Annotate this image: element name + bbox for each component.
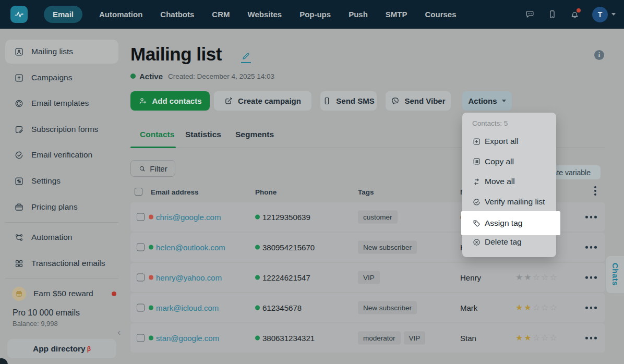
nav-item-popups[interactable]: Pop-ups bbox=[298, 6, 332, 23]
app-window: Email Automation Chatbots CRM Websites P… bbox=[0, 0, 624, 364]
transactional-emails-icon bbox=[14, 259, 24, 269]
actions-button[interactable]: Actions bbox=[462, 91, 512, 111]
tab-contacts[interactable]: Contacts bbox=[140, 130, 174, 139]
sidebar-item-mailing-lists[interactable]: Mailing lists bbox=[0, 39, 124, 64]
tag-pill: New subscriber bbox=[358, 301, 417, 314]
chats-side-tab[interactable]: Chats bbox=[606, 256, 624, 293]
nav-item-email[interactable]: Email bbox=[44, 6, 82, 23]
table-row: stan@google.com 380631234321 moderatorVI… bbox=[130, 323, 605, 353]
info-icon[interactable]: i bbox=[594, 50, 604, 60]
phone-status-dot bbox=[255, 275, 260, 280]
sidebar-item-subscription-forms[interactable]: Subscription forms bbox=[0, 117, 124, 142]
plan-name: Pro 10 000 emails bbox=[13, 308, 80, 318]
nav-item-chatbots[interactable]: Chatbots bbox=[159, 6, 195, 23]
edit-title-icon[interactable] bbox=[241, 51, 251, 63]
person-plus-icon bbox=[138, 96, 147, 105]
tab-segments[interactable]: Segments bbox=[235, 130, 274, 139]
phone-status-dot bbox=[255, 336, 260, 341]
contact-phone: 12224621547 bbox=[262, 273, 310, 282]
contact-phone: 612345678 bbox=[262, 304, 302, 312]
select-all-checkbox[interactable] bbox=[135, 188, 142, 196]
row-kebab-icon[interactable] bbox=[585, 246, 597, 249]
phone-status-dot bbox=[255, 215, 260, 220]
rating-stars[interactable]: ★★☆☆☆ bbox=[515, 273, 557, 282]
sidebar-item-email-templates[interactable]: Email templates bbox=[0, 91, 124, 116]
menu-item-copy-all[interactable]: Copy all bbox=[462, 152, 556, 172]
row-checkbox[interactable] bbox=[137, 304, 145, 312]
email-status-dot bbox=[149, 215, 153, 220]
contact-tags: New subscriber bbox=[358, 241, 420, 254]
nav-item-crm[interactable]: CRM bbox=[211, 6, 231, 23]
menu-item-move-all[interactable]: Move all bbox=[462, 172, 556, 192]
menu-item-export-all[interactable]: Export all bbox=[462, 131, 556, 152]
nav-item-smtp[interactable]: SMTP bbox=[385, 6, 409, 23]
row-checkbox[interactable] bbox=[137, 334, 145, 342]
contact-email-link[interactable]: mark@icloud.com bbox=[156, 304, 219, 312]
sidebar-item-campaigns[interactable]: Campaigns bbox=[0, 65, 124, 90]
row-checkbox[interactable] bbox=[137, 274, 145, 282]
contact-email-link[interactable]: stan@google.com bbox=[156, 334, 219, 343]
nav-item-websites[interactable]: Websites bbox=[247, 6, 283, 23]
rating-stars[interactable]: ★★☆☆☆ bbox=[515, 334, 557, 342]
compose-icon bbox=[224, 96, 233, 105]
contact-email-link[interactable]: chris@google.com bbox=[156, 213, 221, 222]
sidebar-item-label: Settings bbox=[31, 176, 61, 186]
col-header-email: Email address bbox=[151, 188, 199, 196]
filter-label: Filter bbox=[150, 164, 167, 173]
filter-button[interactable]: Filter bbox=[130, 160, 175, 177]
sidebar-item-label: Email templates bbox=[31, 99, 89, 108]
subscription-forms-icon bbox=[14, 125, 24, 135]
campaigns-icon bbox=[14, 73, 24, 83]
beta-badge: β bbox=[87, 345, 91, 353]
chevron-down-icon bbox=[611, 13, 616, 16]
sidebar-collapse-chevron[interactable]: ‹ bbox=[117, 326, 121, 338]
table-row: mark@icloud.com 612345678 New subscriber… bbox=[130, 293, 605, 322]
tag-pill: New subscriber bbox=[358, 241, 417, 254]
contact-name: Mark bbox=[460, 304, 477, 312]
menu-item-verify-mailing-list[interactable]: Verify mailing list bbox=[462, 192, 556, 212]
rating-stars[interactable]: ★★☆☆☆ bbox=[515, 304, 557, 312]
tab-statistics[interactable]: Statistics bbox=[185, 130, 221, 139]
export-icon bbox=[472, 137, 481, 146]
app-directory-button[interactable]: App directory β bbox=[7, 339, 116, 358]
send-sms-button[interactable]: Send SMS bbox=[320, 91, 377, 111]
email-templates-icon bbox=[14, 99, 24, 108]
add-contacts-button[interactable]: Add contacts bbox=[130, 91, 210, 111]
nav-item-courses[interactable]: Courses bbox=[424, 6, 457, 23]
email-status-dot bbox=[149, 245, 153, 250]
sidebar-item-automation[interactable]: Automation bbox=[0, 225, 124, 250]
menu-item-assign-tag-highlighted[interactable]: Assign tag bbox=[461, 211, 560, 235]
support-chat-icon[interactable] bbox=[525, 9, 535, 19]
create-campaign-button[interactable]: Create campaign bbox=[214, 91, 311, 111]
sidebar-item-transactional-emails[interactable]: Transactional emails bbox=[0, 251, 124, 276]
nav-item-push[interactable]: Push bbox=[347, 6, 369, 23]
sidebar-item-settings[interactable]: Settings bbox=[0, 168, 124, 193]
send-viber-button[interactable]: Send Viber bbox=[386, 91, 451, 111]
reward-notification-dot bbox=[112, 292, 116, 296]
sidebar-item-earn-reward[interactable]: Earn $50 reward bbox=[0, 281, 124, 306]
row-checkbox[interactable] bbox=[137, 244, 145, 251]
active-tab-underline bbox=[130, 147, 176, 148]
send-viber-label: Send Viber bbox=[404, 96, 445, 105]
sidebar-item-label: Pricing plans bbox=[31, 202, 78, 212]
sidebar-item-pricing-plans[interactable]: Pricing plans bbox=[0, 195, 124, 220]
table-options-kebab-icon[interactable] bbox=[594, 186, 596, 196]
row-kebab-icon[interactable] bbox=[585, 216, 597, 219]
nav-item-automation[interactable]: Automation bbox=[98, 6, 143, 23]
contact-tags: moderatorVIP bbox=[358, 332, 428, 345]
sidebar-item-label: Automation bbox=[31, 233, 72, 242]
row-kebab-icon[interactable] bbox=[585, 276, 597, 279]
contact-email-link[interactable]: henry@yahoo.com bbox=[156, 273, 222, 282]
row-checkbox[interactable] bbox=[137, 213, 145, 221]
notifications[interactable] bbox=[570, 9, 580, 19]
row-kebab-icon[interactable] bbox=[585, 307, 597, 309]
sidebar-item-email-verification[interactable]: Email verification bbox=[0, 142, 124, 167]
mobile-app-icon[interactable] bbox=[547, 9, 557, 19]
account-menu[interactable]: T bbox=[592, 7, 616, 22]
email-verification-icon bbox=[14, 150, 24, 160]
row-kebab-icon[interactable] bbox=[585, 337, 597, 339]
brand-logo[interactable] bbox=[10, 6, 28, 23]
menu-item-label: Verify mailing list bbox=[485, 197, 545, 207]
contact-email-link[interactable]: helen@outlook.com bbox=[156, 243, 225, 252]
chat-widget-corner[interactable] bbox=[0, 358, 8, 364]
